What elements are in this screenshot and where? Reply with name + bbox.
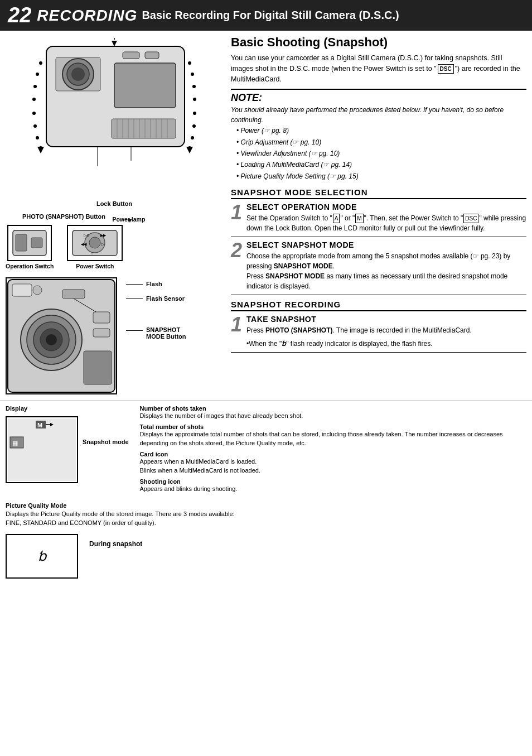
- svg-point-59: [33, 286, 42, 295]
- svg-rect-26: [112, 119, 176, 138]
- svg-marker-17: [186, 147, 193, 153]
- page-header: 22 RECORDING Basic Recording For Digital…: [0, 0, 532, 31]
- svg-text:▷⊘: ▷⊘: [84, 233, 90, 237]
- step-2-content: SELECT SNAPSHOT MODE Choose the appropri…: [246, 240, 526, 291]
- main-layout: Lock Button PHOTO (SNAPSHOT) Button Oper…: [0, 35, 532, 394]
- dotted-arc-right: [186, 61, 196, 153]
- svg-marker-8: [37, 147, 44, 153]
- left-column: Lock Button PHOTO (SNAPSHOT) Button Oper…: [6, 35, 223, 394]
- annotation-shots-taken-title: Number of shots taken: [140, 405, 526, 412]
- recording-title: RECORDING: [37, 7, 137, 25]
- svg-rect-43: [31, 238, 42, 248]
- step-1-title: SELECT OPERATION MODE: [246, 203, 526, 211]
- dotted-arc: [32, 61, 44, 153]
- svg-rect-63: [62, 290, 85, 298]
- power-switch-box: ▷⊘ ▶▶ ◀◀ ▷ ○: [67, 225, 123, 261]
- operation-switch-item: Operation Switch: [6, 225, 54, 269]
- badge-a: A: [333, 214, 340, 223]
- operation-switch-label: Operation Switch: [6, 263, 54, 269]
- svg-point-1: [36, 73, 39, 76]
- annotation-shots-taken-body: Displays the number of images that have …: [140, 412, 526, 420]
- display-diagram: Display M ▦: [6, 405, 526, 497]
- during-snapshot-label-area: During snapshot: [89, 534, 142, 548]
- svg-point-13: [193, 112, 196, 115]
- take-snapshot-body: Press PHOTO (SNAPSHOT). The image is rec…: [246, 325, 526, 335]
- svg-text:M: M: [37, 422, 42, 428]
- power-lamp-area: ▷⊘ ▶▶ ◀◀ ▷ ○ Power lamp Power Switch: [61, 225, 123, 269]
- svg-rect-58: [12, 284, 32, 296]
- main-title: Basic Shooting (Snapshot): [231, 35, 526, 50]
- annotation-total-shots-body: Displays the approximate total number of…: [140, 430, 526, 447]
- step-2-extra-text: Press SNAPSHOT MODE as many times as nec…: [246, 272, 507, 290]
- annotation-shots-taken: Number of shots taken Displays the numbe…: [140, 405, 526, 420]
- take-snapshot-step: 1 TAKE SNAPSHOT Press PHOTO (SNAPSHOT). …: [231, 311, 526, 353]
- svg-point-0: [39, 61, 42, 65]
- step-1-block: 1 SELECT OPERATION MODE Set the Operatio…: [231, 199, 526, 237]
- power-switch-container: ▷⊘ ▶▶ ◀◀ ▷ ○ Power lamp: [67, 225, 123, 261]
- snapshot-mode-display-label: Snapshot mode: [83, 439, 129, 445]
- svg-rect-19: [114, 63, 176, 108]
- note-item-5: Picture Quality Mode Setting (☞ pg. 15): [236, 171, 526, 182]
- svg-point-4: [32, 112, 36, 115]
- svg-point-10: [191, 73, 194, 76]
- annotation-shooting-icon-title: Shooting icon: [140, 478, 526, 485]
- annotation-shooting-icon: Shooting icon Appears and blinks during …: [140, 478, 526, 493]
- annotation-total-shots-title: Total number of shots: [140, 423, 526, 430]
- svg-point-14: [192, 124, 196, 128]
- note-box: NOTE: You should already have performed …: [231, 89, 526, 182]
- picture-quality-mode-label: Picture Quality Mode: [6, 502, 526, 509]
- header-subtitle: Basic Recording For Digital Still Camera…: [142, 9, 399, 22]
- camera-top-diagram: [6, 35, 223, 197]
- operation-switch-svg: [10, 228, 49, 258]
- snapshot-mode-section-title: SNAPSHOT MODE SELECTION: [231, 187, 526, 199]
- svg-point-15: [191, 136, 194, 139]
- take-snapshot-title: TAKE SNAPSHOT: [246, 315, 526, 324]
- power-switch-svg: ▷⊘ ▶▶ ◀◀ ▷ ○: [70, 228, 120, 258]
- snapshot-mode-button-label-row: SNAPSHOT MODE Button: [126, 326, 186, 340]
- note-intro: You should already have performed the pr…: [231, 105, 526, 125]
- note-label: NOTE:: [231, 92, 526, 104]
- take-snapshot-number: 1: [231, 315, 242, 349]
- svg-point-6: [36, 136, 39, 139]
- step-2-number: 2: [231, 240, 242, 291]
- snapshot-recording-section-title: SNAPSHOT RECORDING: [231, 300, 526, 311]
- svg-text:○: ○: [91, 251, 93, 255]
- lock-button-label: Lock Button: [96, 199, 132, 208]
- display-box-svg: M ▦: [7, 417, 77, 482]
- display-left: Display M ▦: [6, 405, 129, 483]
- flash-sensor-label-row: Flash Sensor: [126, 295, 186, 302]
- page-number: 22: [8, 3, 31, 27]
- display-annotations: Number of shots taken Displays the numbe…: [140, 405, 526, 497]
- display-box: M ▦: [6, 416, 78, 483]
- take-snapshot-content: TAKE SNAPSHOT Press PHOTO (SNAPSHOT). Th…: [246, 315, 526, 349]
- front-camera-box: [6, 277, 117, 394]
- right-column: Basic Shooting (Snapshot) You can use yo…: [231, 35, 526, 394]
- note-item-2: Grip Adjustment (☞ pg. 10): [236, 137, 526, 148]
- flash-sensor-label: Flash Sensor: [146, 295, 185, 302]
- svg-point-9: [188, 61, 191, 65]
- power-switch-label: Power Switch: [76, 263, 114, 269]
- bottom-section: Display M ▦: [0, 400, 532, 583]
- front-camera-section: Flash Flash Sensor SNAPSHOT MODE Button: [6, 274, 223, 394]
- camera-top-labels: Lock Button: [6, 199, 223, 208]
- annotation-card-icon: Card icon Appears when a MultiMediaCard …: [140, 451, 526, 475]
- step-2-body: Choose the appropriate mode from among t…: [246, 251, 526, 291]
- svg-point-12: [193, 98, 196, 101]
- power-switch-item: ▷⊘ ▶▶ ◀◀ ▷ ○ Power lamp Power Switch: [67, 225, 123, 269]
- during-snapshot-label: During snapshot: [89, 540, 142, 548]
- picture-quality-mode-section: Picture Quality Mode Displays the Pictur…: [6, 502, 526, 527]
- step-2-title: SELECT SNAPSHOT MODE: [246, 240, 526, 249]
- annotation-card-icon-title: Card icon: [140, 451, 526, 458]
- switch-row: Operation Switch ▷⊘ ▶: [6, 225, 223, 269]
- snapshot-box: ƅ: [6, 534, 78, 579]
- svg-rect-60: [93, 312, 110, 323]
- annotation-total-shots: Total number of shots Displays the appro…: [140, 423, 526, 447]
- svg-text:▦: ▦: [12, 440, 18, 446]
- svg-rect-61: [93, 329, 110, 337]
- svg-point-3: [32, 98, 36, 101]
- flash-label-row: Flash: [126, 281, 186, 287]
- note-item-3: Viewfinder Adjustment (☞ pg. 10): [236, 148, 526, 159]
- svg-rect-42: [16, 234, 27, 251]
- note-item-4: Loading A MultiMediaCard (☞ pg. 14): [236, 159, 526, 170]
- intro-text: You can use your camcorder as a Digital …: [231, 53, 526, 84]
